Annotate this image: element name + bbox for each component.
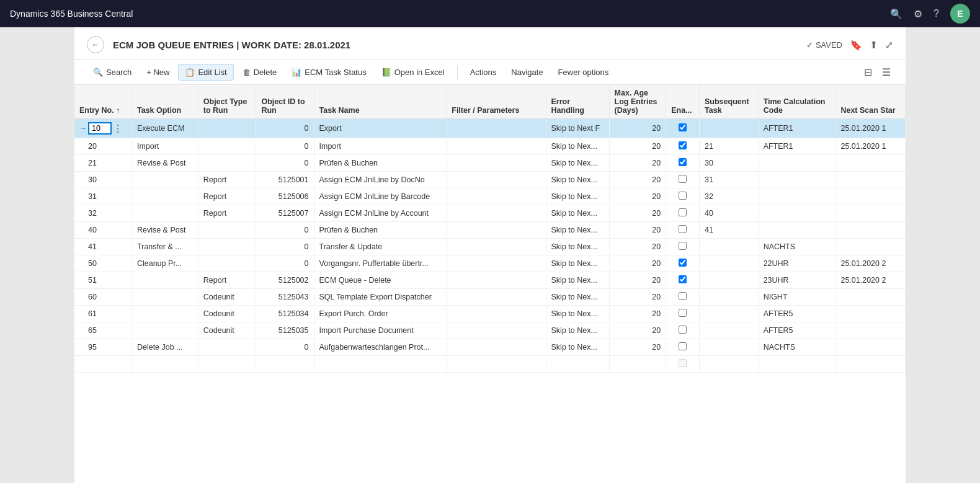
row-dots[interactable]: ⋮ xyxy=(113,123,123,135)
cell-object-id: 5125034 xyxy=(256,306,314,322)
table-row[interactable]: 61Codeunit5125034Export Purch. OrderSkip… xyxy=(74,306,906,322)
table-row[interactable]: 60Codeunit5125043SQL Template Export Dis… xyxy=(74,289,906,306)
cell-task-name: Import xyxy=(314,138,447,155)
enabled-checkbox[interactable] xyxy=(679,259,687,267)
enabled-checkbox[interactable] xyxy=(679,123,687,131)
table-row[interactable]: 51Report5125002ECM Queue - DeleteSkip to… xyxy=(74,272,906,289)
cell-error-handling: Skip to Nex... xyxy=(546,222,609,239)
cell-next-scan-start xyxy=(835,155,906,172)
cell-error-handling: Skip to Nex... xyxy=(546,289,609,306)
cell-time-calc-code: NACHTS xyxy=(758,239,835,255)
cell-enabled[interactable] xyxy=(666,188,700,205)
expand-icon[interactable]: ⤢ xyxy=(885,39,893,51)
enabled-checkbox[interactable] xyxy=(679,309,687,317)
cell-object-id: 5125007 xyxy=(256,205,314,222)
enabled-checkbox[interactable] xyxy=(679,292,687,300)
table-row[interactable]: 20Import0ImportSkip to Nex...2021AFTER12… xyxy=(74,138,906,155)
cell-enabled[interactable] xyxy=(666,239,700,255)
table-row[interactable]: 31Report5125006Assign ECM JnlLine by Bar… xyxy=(74,188,906,205)
search-icon[interactable]: 🔍 xyxy=(890,8,902,20)
cell-enabled[interactable] xyxy=(666,155,700,172)
new-button[interactable]: + New xyxy=(140,64,176,80)
edit-list-button[interactable]: 📋 Edit List xyxy=(178,64,233,81)
col-subsequent-task: Subsequent Task xyxy=(700,85,759,119)
cell-subsequent-task: 21 xyxy=(700,138,759,155)
cell-enabled[interactable] xyxy=(666,205,700,222)
excel-icon: 📗 xyxy=(381,68,391,77)
table-row[interactable]: 50Cleanup Pr...0Vorgangsnr. Puffertable … xyxy=(74,255,906,272)
edit-list-label: Edit List xyxy=(198,68,226,77)
table-row[interactable]: 30Report5125001Assign ECM JnlLine by Doc… xyxy=(74,172,906,188)
enabled-checkbox[interactable] xyxy=(679,158,687,166)
table-row[interactable]: 21Revise & Post0Prüfen & BuchenSkip to N… xyxy=(74,155,906,172)
table-row[interactable]: 65Codeunit5125035Import Purchase Documen… xyxy=(74,322,906,339)
user-avatar[interactable]: E xyxy=(950,4,970,24)
enabled-checkbox[interactable] xyxy=(679,141,687,149)
empty-row xyxy=(74,356,906,373)
cell-entry-no: → ⋮ xyxy=(74,119,131,138)
navigate-button[interactable]: Navigate xyxy=(505,64,549,80)
cell-task-option: Import xyxy=(131,138,198,155)
open-in-excel-button[interactable]: 📗 Open in Excel xyxy=(375,64,451,80)
help-icon[interactable]: ? xyxy=(933,8,939,19)
enabled-checkbox[interactable] xyxy=(679,242,687,250)
edit-list-icon: 📋 xyxy=(185,68,195,77)
cell-time-calc-code xyxy=(758,155,835,172)
table-row[interactable]: 40Revise & Post0Prüfen & BuchenSkip to N… xyxy=(74,222,906,239)
cell-enabled[interactable] xyxy=(666,172,700,188)
cell-task-name: Prüfen & Buchen xyxy=(314,155,447,172)
search-btn-icon: 🔍 xyxy=(93,68,103,77)
cell-object-id: 0 xyxy=(256,239,314,255)
cell-max-age: 20 xyxy=(609,255,666,272)
entry-no-input[interactable] xyxy=(88,122,112,135)
cell-filter-params xyxy=(447,289,546,306)
table-row[interactable]: 95Delete Job ...0Aufgabenwarteschlangen … xyxy=(74,339,906,356)
cell-enabled[interactable] xyxy=(666,255,700,272)
table-row[interactable]: → ⋮ Execute ECM0ExportSkip to Next F20AF… xyxy=(74,119,906,138)
enabled-checkbox[interactable] xyxy=(679,275,687,283)
filter-icon[interactable]: ⊟ xyxy=(862,64,875,81)
table-row[interactable]: 41Transfer & ...0Transfer & UpdateSkip t… xyxy=(74,239,906,255)
cell-max-age: 20 xyxy=(609,205,666,222)
enabled-checkbox[interactable] xyxy=(679,192,687,200)
cell-max-age: 20 xyxy=(609,306,666,322)
enabled-checkbox[interactable] xyxy=(679,326,687,334)
actions-button[interactable]: Actions xyxy=(464,64,503,80)
cell-next-scan-start xyxy=(835,188,906,205)
cell-subsequent-task: 30 xyxy=(700,155,759,172)
cell-enabled[interactable] xyxy=(666,119,700,138)
cell-object-type: Report xyxy=(198,272,256,289)
search-button[interactable]: 🔍 Search xyxy=(87,64,138,80)
table-row[interactable]: 32Report5125007Assign ECM JnlLine by Acc… xyxy=(74,205,906,222)
cell-enabled[interactable] xyxy=(666,339,700,356)
back-button[interactable]: ← xyxy=(87,36,104,53)
cell-filter-params xyxy=(447,222,546,239)
enabled-checkbox[interactable] xyxy=(679,175,687,183)
cell-subsequent-task: 40 xyxy=(700,205,759,222)
cell-task-name: Export xyxy=(314,119,447,138)
entry-no-value: 61 xyxy=(79,309,97,318)
cell-task-option xyxy=(131,272,198,289)
cell-enabled[interactable] xyxy=(666,322,700,339)
delete-button[interactable]: 🗑 Delete xyxy=(236,64,283,80)
share-icon[interactable]: ⬆ xyxy=(870,39,878,51)
cell-enabled[interactable] xyxy=(666,306,700,322)
enabled-checkbox[interactable] xyxy=(679,342,687,350)
cell-error-handling: Skip to Nex... xyxy=(546,255,609,272)
cell-next-scan-start xyxy=(835,222,906,239)
ecm-task-status-button[interactable]: 📊 ECM Task Status xyxy=(285,64,372,80)
enabled-checkbox[interactable] xyxy=(679,225,687,233)
fewer-options-button[interactable]: Fewer options xyxy=(552,64,615,80)
cell-enabled[interactable] xyxy=(666,138,700,155)
bookmark-icon[interactable]: 🔖 xyxy=(850,39,862,51)
settings-icon[interactable]: ⚙ xyxy=(914,8,922,20)
cell-object-id: 0 xyxy=(256,339,314,356)
cell-enabled[interactable] xyxy=(666,272,700,289)
cell-task-option xyxy=(131,188,198,205)
column-settings-icon[interactable]: ☰ xyxy=(880,64,893,81)
col-next-scan-start: Next Scan Star xyxy=(835,85,906,119)
toolbar-separator xyxy=(457,65,458,80)
cell-enabled[interactable] xyxy=(666,222,700,239)
cell-enabled[interactable] xyxy=(666,289,700,306)
enabled-checkbox[interactable] xyxy=(679,208,687,216)
